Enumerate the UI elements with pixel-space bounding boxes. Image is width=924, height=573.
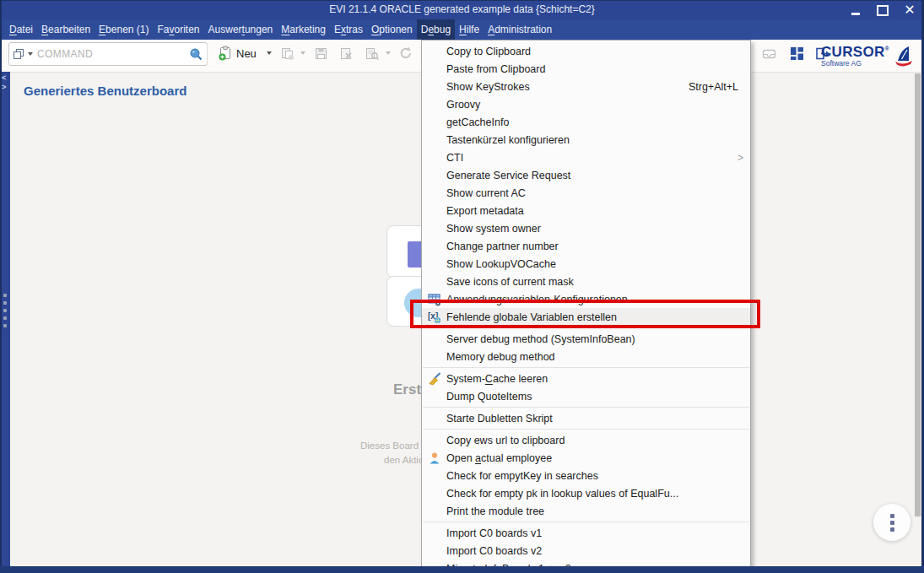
chevron-left-icon[interactable]: < — [2, 73, 6, 82]
menu-item-label: getCacheInfo — [446, 116, 509, 128]
delete-button[interactable] — [336, 42, 357, 64]
save-button[interactable] — [311, 42, 332, 64]
menubar-item-debug[interactable]: Debug — [417, 19, 455, 40]
dot-icon — [890, 514, 894, 518]
new-dropdown-caret[interactable] — [267, 51, 272, 55]
menu-item-open-actual-employee[interactable]: Open actual employee — [422, 449, 750, 467]
chevron-right-icon[interactable]: > — [2, 83, 6, 91]
menu-item-export-metadata[interactable]: Export metadata — [422, 202, 750, 219]
tray-button[interactable] — [758, 42, 781, 64]
menu-item-check-for-empytkey-in-searches[interactable]: Check for empytKey in searches — [422, 467, 750, 484]
board-partial-text-1: Dieses Board e — [360, 441, 427, 451]
menu-separator — [423, 429, 749, 430]
paste-button[interactable] — [277, 42, 311, 64]
menu-item-label: Print the module tree — [446, 505, 544, 517]
menu-item-show-keystrokes[interactable]: Show KeyStrokesStrg+Alt+L — [422, 78, 750, 95]
more-actions-fab[interactable] — [873, 504, 910, 541]
command-input[interactable] — [35, 47, 188, 61]
dashboard-button[interactable] — [786, 42, 808, 64]
menu-item-cti[interactable]: CTI> — [422, 149, 750, 166]
menu-item-label: Memory debug method — [446, 351, 555, 363]
command-dropdown-caret[interactable] — [28, 52, 33, 56]
drag-handle-dots[interactable] — [3, 294, 7, 327]
maximize-button[interactable] — [875, 3, 890, 18]
menu-item-memory-debug-method[interactable]: Memory debug method — [422, 348, 750, 365]
menu-item-label: Open actual employee — [446, 452, 552, 464]
menu-item-getcacheinfo[interactable]: getCacheInfo — [422, 113, 750, 131]
refresh-button[interactable] — [395, 42, 417, 64]
menu-item-label: Copy to Clipboard — [446, 46, 531, 57]
menubar-item-favoriten[interactable]: Favoriten — [153, 19, 203, 40]
menu-item-label: Groovy — [446, 99, 480, 111]
menubar-item-auswertungen[interactable]: Auswertungen — [204, 19, 278, 40]
menu-item-label: Check for empytKey in searches — [446, 470, 598, 482]
menu-separator — [423, 327, 749, 328]
dot-icon — [890, 527, 894, 532]
search-form-button[interactable] — [361, 42, 397, 64]
menu-item-change-partner-number[interactable]: Change partner number — [422, 237, 750, 255]
app-variables-grid-icon — [422, 293, 446, 306]
menu-item-groovy[interactable]: Groovy — [422, 95, 750, 113]
menu-item-show-system-owner[interactable]: Show system owner — [422, 219, 750, 237]
menu-item-server-debug-method-systeminfobean[interactable]: Server debug method (SystemInfoBean) — [422, 330, 750, 348]
menubar-item-marketing[interactable]: Marketing — [277, 19, 330, 40]
menu-item-copy-ews-url-to-clipboard[interactable]: Copy ews url to clipboard — [422, 431, 750, 449]
menu-item-label: Import C0 boards v2 — [446, 545, 542, 557]
menu-item-label: Show KeyStrokes — [446, 81, 530, 93]
menu-item-dump-quoteitems[interactable]: Dump QuoteItems — [422, 387, 750, 405]
menu-item-check-for-empty-pk-in-lookup-values-of-equalfu[interactable]: Check for empty pk in lookup values of E… — [422, 484, 750, 502]
menu-item-label: Show LookupVOCache — [446, 258, 556, 270]
menu-item-label: Import C0 boards v1 — [446, 527, 542, 539]
tray-icon — [761, 46, 777, 61]
menu-item-copy-to-clipboard[interactable]: Copy to Clipboard — [422, 42, 750, 60]
close-button[interactable]: ✕ — [902, 3, 917, 18]
menubar-item-hilfe[interactable]: Hilfe — [455, 19, 484, 40]
minimize-button[interactable] — [848, 3, 863, 18]
menu-item-label: Export metadata — [446, 205, 524, 217]
menu-item-show-lookupvocache[interactable]: Show LookupVOCache — [422, 255, 750, 273]
search-icon[interactable] — [188, 47, 203, 62]
paste-dropdown-caret[interactable] — [300, 51, 305, 55]
menu-item-anwendungsvariablen-konfigurationen[interactable]: Anwendungsvariablen-Konfigurationen — [422, 290, 750, 308]
menu-item-label: Generate Service Request — [446, 170, 570, 181]
menu-item-import-c0-boards-v2[interactable]: Import C0 boards v2 — [422, 542, 750, 559]
brand-logo: CURSOR® Software AG — [821, 40, 913, 72]
paste-icon — [280, 46, 294, 61]
menubar-item-ebenen-1[interactable]: Ebenen (1) — [95, 19, 153, 40]
board-partial-text-2: den Aktio — [384, 455, 424, 465]
missing-global-variables-icon: [x] — [422, 311, 446, 324]
menu-item-generate-service-request[interactable]: Generate Service Request — [422, 166, 750, 184]
new-button[interactable]: Neu — [214, 42, 278, 64]
new-button-label: Neu — [236, 47, 257, 60]
command-combo[interactable] — [8, 42, 208, 66]
menu-separator — [423, 522, 749, 522]
menu-item-label: Copy ews url to clipboard — [446, 435, 565, 446]
menu-item-paste-from-clipboard[interactable]: Paste from Clipboard — [422, 60, 750, 78]
menu-item-label: Show system owner — [446, 223, 541, 235]
menu-item-show-current-ac[interactable]: Show current AC — [422, 184, 750, 202]
menubar-item-extras[interactable]: Extras — [330, 19, 367, 40]
menu-item-shortcut: Strg+Alt+L — [689, 81, 750, 93]
search-form-dropdown-caret[interactable] — [386, 51, 391, 55]
title-bar[interactable]: EVI 21.1.4 ORACLE generated example data… — [0, 0, 924, 19]
menubar-item-optionen[interactable]: Optionen — [367, 19, 417, 40]
menu-item-fehlende-globale-variablen-erstellen[interactable]: [x]Fehlende globale Variablen erstellen — [422, 308, 750, 326]
menu-item-starte-dubletten-skript[interactable]: Starte Dubletten Skript — [422, 409, 750, 427]
menu-item-import-c0-boards-v1[interactable]: Import C0 boards v1 — [422, 524, 750, 542]
menu-item-label: Check for empty pk in lookup values of E… — [446, 488, 678, 500]
delete-icon — [339, 46, 354, 61]
menubar-item-administration[interactable]: Administration — [484, 19, 556, 40]
menu-item-label: Server debug method (SystemInfoBean) — [446, 333, 635, 345]
brand-name: CURSOR® — [821, 45, 889, 59]
new-clipboard-icon — [218, 46, 233, 61]
menubar-item-bearbeiten[interactable]: Bearbeiten — [37, 19, 95, 40]
menu-item-tastenk-rzel-konfigurieren[interactable]: Tastenkürzel konfigurieren — [422, 131, 750, 149]
menu-item-system-cache-leeren[interactable]: System-Cache leeren — [422, 370, 750, 387]
menu-item-save-icons-of-current-mask[interactable]: Save icons of current mask — [422, 273, 750, 290]
menubar-item-datei[interactable]: Datei — [5, 19, 37, 40]
menu-item-print-the-module-tree[interactable]: Print the module tree — [422, 502, 750, 520]
menu-item-label: Paste from Clipboard — [446, 63, 545, 75]
vertical-scrollbar-thumb[interactable] — [915, 73, 921, 516]
application-window: EVI 21.1.4 ORACLE generated example data… — [0, 0, 924, 573]
toolbar-separator — [207, 45, 208, 63]
